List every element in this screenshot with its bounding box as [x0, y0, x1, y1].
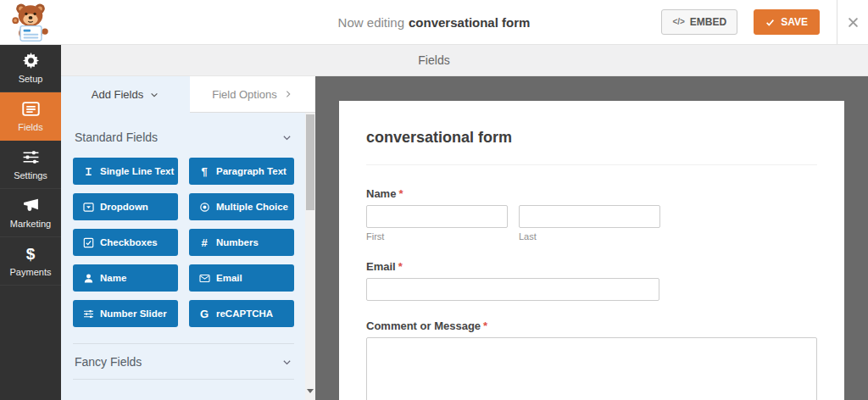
tab-field-options[interactable]: Field Options	[190, 76, 315, 113]
sidebar-item-fields[interactable]: Fields	[0, 92, 61, 141]
form-preview-card: conversational form Name* First Last	[339, 101, 844, 400]
megaphone-icon	[22, 197, 40, 214]
name-last-sublabel: Last	[519, 231, 660, 242]
chevron-right-icon	[283, 89, 293, 99]
add-field-button-number-slider[interactable]: Number Slider	[73, 300, 178, 327]
required-marker: *	[398, 187, 403, 200]
panel-header-title: Fields	[418, 44, 449, 75]
comment-textarea[interactable]	[366, 337, 817, 400]
add-field-button-checkboxes[interactable]: Checkboxes	[73, 229, 178, 256]
pilcrow-icon: ¶	[198, 166, 210, 177]
scrollbar-thumb[interactable]	[306, 114, 314, 210]
wpforms-builder: Now editing conversational form </> EMBE…	[0, 0, 868, 400]
add-field-button-numbers[interactable]: # Numbers	[189, 229, 294, 256]
top-bar-actions: </> EMBED SAVE	[661, 0, 868, 44]
sidebar-item-setup[interactable]: Setup	[0, 44, 61, 92]
section-fancy-fields[interactable]: Fancy Fields	[73, 344, 294, 379]
panel-scrollbar[interactable]	[305, 113, 315, 400]
add-field-button-single-line-text[interactable]: Single Line Text	[73, 158, 178, 185]
close-button[interactable]	[837, 0, 868, 44]
g-icon: G	[198, 308, 210, 319]
form-preview-title: conversational form	[366, 129, 817, 147]
dollar-icon: $	[26, 245, 36, 263]
chevron-down-icon	[281, 357, 292, 368]
add-field-button-name[interactable]: Name	[73, 264, 178, 292]
name-first-input[interactable]	[366, 205, 508, 228]
wpforms-bear-icon	[11, 2, 50, 42]
panel-tabs: Add Fields Field Options	[61, 76, 315, 113]
now-editing-title: Now editing conversational form	[338, 0, 531, 44]
add-field-button-email[interactable]: Email	[189, 264, 294, 292]
gear-icon	[22, 52, 40, 69]
form-field-comment[interactable]: Comment or Message*	[366, 319, 817, 400]
top-bar: Now editing conversational form </> EMBE…	[0, 0, 868, 45]
form-field-name[interactable]: Name* First Last	[366, 187, 817, 242]
chevron-down-icon	[149, 90, 159, 100]
name-first-sublabel: First	[366, 231, 508, 242]
envelope-icon	[198, 273, 210, 284]
check-icon	[765, 18, 775, 27]
email-input[interactable]	[366, 278, 659, 301]
now-editing-prefix: Now editing	[338, 15, 404, 30]
checkbox-icon	[82, 237, 94, 248]
dropdown-icon	[82, 202, 94, 213]
sidebar-item-settings[interactable]: Settings	[0, 141, 61, 189]
user-icon	[82, 273, 94, 284]
scrollbar-down-arrow[interactable]	[307, 389, 314, 397]
section-standard-fields[interactable]: Standard Fields	[73, 113, 294, 144]
chevron-down-icon	[281, 132, 292, 143]
embed-button[interactable]: </> EMBED	[661, 9, 737, 35]
required-marker: *	[398, 260, 403, 273]
form-preview-area: conversational form Name* First Last	[315, 76, 868, 400]
required-marker: *	[483, 319, 487, 332]
add-field-button-multiple-choice[interactable]: Multiple Choice	[189, 193, 294, 220]
section-divider	[73, 379, 294, 380]
form-name: conversational form	[409, 15, 530, 30]
form-field-email[interactable]: Email*	[366, 260, 817, 301]
list-icon	[22, 100, 40, 118]
hash-icon: #	[198, 237, 210, 248]
panel-header-bar: Fields	[61, 44, 868, 76]
builder-sidebar: Setup Fields Settings Marketing $ Paymen…	[0, 44, 61, 400]
form-preview-fields: Name* First Last Email*	[366, 187, 817, 400]
add-field-button-paragraph-text[interactable]: ¶ Paragraph Text	[189, 158, 294, 185]
close-icon	[847, 16, 860, 29]
add-field-button-recaptcha[interactable]: G reCAPTCHA	[189, 300, 294, 327]
tab-add-fields[interactable]: Add Fields	[61, 76, 190, 113]
add-field-button-dropdown[interactable]: Dropdown	[73, 193, 178, 220]
code-icon: </>	[672, 18, 684, 26]
panel-content: Standard Fields Single Line Text ¶ Parag…	[61, 113, 315, 400]
radio-icon	[198, 202, 210, 213]
name-last-input[interactable]	[519, 205, 660, 228]
text-cursor-icon	[82, 166, 94, 177]
sidebar-item-payments[interactable]: $ Payments	[0, 237, 61, 286]
save-button[interactable]: SAVE	[754, 9, 820, 35]
standard-fields-grid: Single Line Text ¶ Paragraph Text Dropdo…	[73, 158, 294, 327]
form-title-divider	[366, 164, 817, 165]
slider-icon	[82, 308, 94, 319]
sliders-icon	[22, 148, 40, 166]
sidebar-item-marketing[interactable]: Marketing	[0, 189, 61, 237]
fields-panel: Add Fields Field Options Standard Fields…	[61, 76, 315, 400]
